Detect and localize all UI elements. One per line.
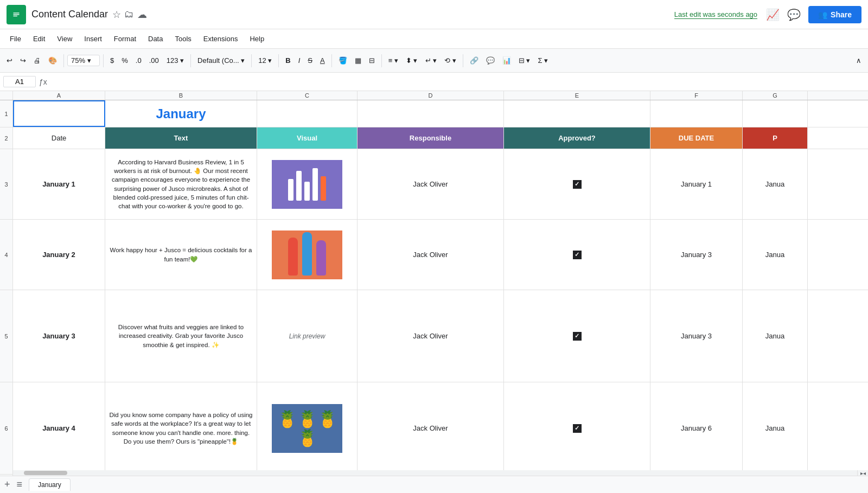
cell-text-jan1[interactable]: According to Harvard Business Review, 1 … — [105, 149, 257, 219]
scrollbar-thumb[interactable] — [24, 471, 67, 475]
cell-date-jan4[interactable]: January 4 — [13, 382, 105, 474]
zoom-control[interactable]: 75% ▾ — [67, 55, 100, 66]
col-header-b[interactable]: B — [105, 91, 257, 100]
paint-format-button[interactable]: 🎨 — [45, 54, 60, 67]
valign-button[interactable]: ⬍ ▾ — [403, 54, 421, 67]
cell-d1[interactable] — [358, 100, 504, 127]
cell-f1[interactable] — [650, 100, 743, 127]
cell-responsible-jan3[interactable]: Jack Oliver — [358, 290, 504, 382]
cell-approved-jan1[interactable] — [504, 149, 650, 219]
filter-button[interactable]: ⊟ ▾ — [515, 54, 534, 67]
comments-icon[interactable]: 💬 — [787, 8, 801, 21]
col-header-d[interactable]: D — [358, 91, 504, 100]
header-responsible[interactable]: Responsible — [358, 127, 504, 149]
checkbox-jan4[interactable] — [573, 424, 582, 433]
cell-c1[interactable] — [257, 100, 358, 127]
cell-g1[interactable] — [743, 100, 808, 127]
format-123-button[interactable]: 123 ▾ — [163, 54, 187, 67]
menu-help[interactable]: Help — [244, 33, 270, 45]
menu-format[interactable]: Format — [108, 33, 142, 45]
cell-duedate-jan1[interactable]: January 1 — [650, 149, 743, 219]
col-header-g[interactable]: G — [743, 91, 808, 100]
wrap-button[interactable]: ↵ ▾ — [422, 54, 441, 67]
menu-view[interactable]: View — [52, 33, 78, 45]
italic-button[interactable]: I — [295, 54, 304, 67]
currency-button[interactable]: $ — [107, 54, 117, 67]
function-button[interactable]: Σ ▾ — [534, 54, 551, 67]
header-text[interactable]: Text — [105, 127, 257, 149]
add-sheet-button[interactable]: + — [4, 479, 10, 490]
header-p[interactable]: P — [743, 127, 808, 149]
cell-p-jan4[interactable]: Janua — [743, 382, 808, 474]
col-header-e[interactable]: E — [504, 91, 650, 100]
borders-button[interactable]: ▦ — [352, 54, 365, 67]
menu-tools[interactable]: Tools — [169, 33, 196, 45]
hide-toolbar-button[interactable]: ∧ — [853, 54, 865, 67]
cell-visual-jan4[interactable]: 🍍🍍🍍🍍 — [257, 382, 358, 474]
header-date[interactable]: Date — [13, 127, 105, 149]
col-header-c[interactable]: C — [257, 91, 358, 100]
menu-file[interactable]: File — [4, 33, 27, 45]
cell-date-jan2[interactable]: January 2 — [13, 220, 105, 290]
star-icon[interactable]: ☆ — [112, 9, 121, 21]
folder-icon[interactable]: 🗂 — [124, 9, 134, 20]
menu-extensions[interactable]: Extensions — [198, 33, 244, 45]
cell-approved-jan2[interactable] — [504, 220, 650, 290]
cell-p-jan3[interactable]: Janua — [743, 290, 808, 382]
horizontal-scrollbar[interactable] — [13, 470, 857, 476]
menu-data[interactable]: Data — [143, 33, 168, 45]
cell-duedate-jan2[interactable]: January 3 — [650, 220, 743, 290]
checkbox-jan1[interactable] — [573, 180, 582, 189]
share-button[interactable]: 👥 Share — [808, 6, 861, 23]
activity-icon[interactable]: 📈 — [766, 8, 780, 21]
sheet-tab-1[interactable]: January — [29, 478, 71, 491]
decimal-inc-button[interactable]: .00 — [146, 54, 162, 67]
cell-b1[interactable]: January — [105, 100, 257, 127]
cell-p-jan1[interactable]: Janua — [743, 149, 808, 219]
bold-button[interactable]: B — [282, 54, 293, 67]
header-duedate[interactable]: DUE DATE — [650, 127, 743, 149]
chart-button[interactable]: 📊 — [499, 54, 514, 67]
cell-p-jan2[interactable]: Janua — [743, 220, 808, 290]
cell-date-jan3[interactable]: January 3 — [13, 290, 105, 382]
underline-button[interactable]: A — [317, 54, 328, 67]
undo-button[interactable]: ↩ — [3, 54, 16, 67]
percent-button[interactable]: % — [118, 54, 131, 67]
menu-insert[interactable]: Insert — [79, 33, 107, 45]
cell-responsible-jan1[interactable]: Jack Oliver — [358, 149, 504, 219]
checkbox-jan3[interactable] — [573, 332, 582, 341]
font-size-selector[interactable]: 12 ▾ — [255, 54, 275, 67]
sheet-menu-button[interactable]: ≡ — [17, 479, 23, 490]
cell-visual-jan1[interactable] — [257, 149, 358, 219]
header-visual[interactable]: Visual — [257, 127, 358, 149]
cell-e1[interactable] — [504, 100, 650, 127]
cell-approved-jan3[interactable] — [504, 290, 650, 382]
cell-a1[interactable] — [13, 100, 105, 127]
cell-responsible-jan2[interactable]: Jack Oliver — [358, 220, 504, 290]
cell-duedate-jan4[interactable]: January 6 — [650, 382, 743, 474]
redo-button[interactable]: ↪ — [17, 54, 29, 67]
cell-visual-jan2[interactable] — [257, 220, 358, 290]
print-button[interactable]: 🖨 — [30, 54, 44, 67]
formula-input[interactable] — [50, 78, 865, 86]
comment-button[interactable]: 💬 — [483, 54, 498, 67]
checkbox-jan2[interactable] — [573, 251, 582, 259]
cell-date-jan1[interactable]: January 1 — [13, 149, 105, 219]
menu-edit[interactable]: Edit — [28, 33, 50, 45]
cell-text-jan4[interactable]: Did you know some company have a policy … — [105, 382, 257, 474]
cell-reference[interactable]: A1 — [3, 76, 36, 87]
strikethrough-button[interactable]: S — [304, 54, 316, 67]
cell-responsible-jan4[interactable]: Jack Oliver — [358, 382, 504, 474]
cell-approved-jan4[interactable] — [504, 382, 650, 474]
rotate-button[interactable]: ⟲ ▾ — [441, 54, 459, 67]
cell-text-jan3[interactable]: Discover what fruits and veggies are lin… — [105, 290, 257, 382]
col-header-f[interactable]: F — [650, 91, 743, 100]
col-header-a[interactable]: A — [13, 91, 105, 100]
fill-color-button[interactable]: 🪣 — [335, 54, 350, 67]
cell-duedate-jan3[interactable]: January 3 — [650, 290, 743, 382]
cloud-icon[interactable]: ☁ — [137, 9, 147, 21]
font-selector[interactable]: Default (Co... ▾ — [194, 54, 248, 67]
decimal-dec-button[interactable]: .0 — [132, 54, 145, 67]
halign-button[interactable]: ≡ ▾ — [385, 54, 401, 67]
cell-visual-jan3[interactable]: Link preview — [257, 290, 358, 382]
